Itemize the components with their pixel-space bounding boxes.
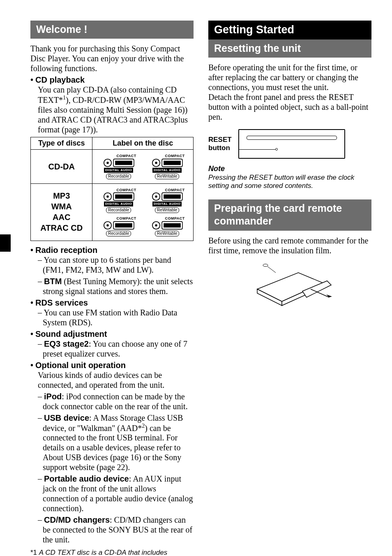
svg-point-1 — [106, 162, 109, 164]
side-tab — [0, 234, 11, 252]
optional-item: Optional unit operation — [30, 360, 194, 370]
disc-slot-icon — [247, 136, 337, 140]
logo-compact-text: COMPACT — [165, 154, 184, 158]
page: Welcome ! Thank you for purchasing this … — [0, 0, 392, 556]
svg-point-21 — [155, 224, 157, 227]
logo-rewritable: ReWritable — [155, 174, 179, 179]
radio-lead: Radio reception — [35, 246, 97, 255]
usb-lead: USB device — [44, 413, 89, 422]
compact-disc-recordable-icon: COMPACT Recordable — [100, 216, 137, 236]
row2-l3: AAC — [33, 212, 90, 222]
intro-text: Thank you for purchasing this Sony Compa… — [30, 44, 194, 73]
rds-item1: You can use FM station with Radio Data S… — [43, 308, 194, 327]
optional-lead: Optional unit operation — [35, 361, 126, 370]
logo-rewritable: ReWritable — [155, 207, 179, 213]
ipod-item: iPod: iPod connection can be made by the… — [43, 392, 194, 411]
row1-type: CD-DA — [31, 150, 92, 183]
reset-button-label: RESET button — [208, 136, 232, 153]
disc-type-table: Type of discs Label on the disc CD-DA CO… — [30, 137, 194, 241]
reset-l1: RESET — [208, 136, 232, 144]
cd-playback-item: CD playback — [30, 75, 194, 85]
sound-lead: Sound adjustment — [35, 329, 107, 338]
logo-compact-text: COMPACT — [116, 216, 136, 221]
row2-l4: ATRAC CD — [33, 223, 90, 233]
compact-disc-rewritable-icon: COMPACT DIGITAL AUDIO ReWritable — [149, 154, 186, 179]
svg-rect-23 — [164, 223, 181, 227]
logo-digital-audio: DIGITAL AUDIO — [152, 168, 182, 173]
svg-point-9 — [106, 196, 109, 198]
left-column: Welcome ! Thank you for purchasing this … — [30, 21, 194, 556]
radio-sub: You can store up to 6 stations per band … — [38, 255, 194, 296]
row2-logos: COMPACT DIGITAL AUDIO Recordable COMPACT… — [92, 183, 194, 241]
logo-recordable: Recordable — [106, 174, 131, 179]
logo-compact-text: COMPACT — [165, 188, 184, 192]
row1-logos: COMPACT DIGITAL AUDIO Recordable CO — [92, 150, 194, 183]
reset-l2: button — [208, 144, 232, 152]
table-header-label: Label on the disc — [92, 137, 194, 150]
svg-point-5 — [155, 162, 157, 164]
two-column-layout: Welcome ! Thank you for purchasing this … — [30, 21, 371, 556]
compact-disc-recordable-icon: COMPACT DIGITAL AUDIO Recordable — [100, 154, 137, 179]
rds-item: RDS services — [30, 298, 194, 308]
prepare-heading: Preparing the card remote commander — [208, 199, 371, 231]
btm-lead: BTM — [44, 277, 62, 286]
compact-disc-rewritable-icon: COMPACT DIGITAL AUDIO ReWritable — [149, 188, 186, 213]
prepare-body: Before using the card remote commander f… — [208, 236, 371, 255]
fn1-num: *1 — [30, 549, 37, 556]
row2-l2: WMA — [33, 202, 90, 211]
right-column: Getting Started Resetting the unit Befor… — [208, 21, 371, 556]
reset-figure: RESET button — [208, 129, 371, 159]
logo-digital-audio: DIGITAL AUDIO — [152, 202, 182, 206]
svg-rect-11 — [115, 195, 132, 199]
leader-line — [239, 149, 275, 150]
svg-point-13 — [155, 196, 157, 198]
note-heading: Note — [208, 164, 371, 174]
resetting-body: Before operating the unit for the first … — [208, 63, 371, 122]
note-body: Pressing the RESET button will erase the… — [208, 174, 371, 190]
radio-item2: BTM (Best Tuning Memory): the unit selec… — [43, 276, 194, 296]
rds-sub: You can use FM station with Radio Data S… — [38, 308, 194, 327]
portable-lead: Portable audio device — [44, 474, 129, 483]
welcome-heading: Welcome ! — [30, 21, 194, 39]
cdmd-item: CD/MD changers: CD/MD changers can be co… — [43, 515, 194, 544]
compact-disc-rewritable-icon: COMPACT ReWritable — [149, 216, 186, 236]
usb-item: USB device: A Mass Storage Class USB dev… — [43, 413, 194, 473]
radio-item1: You can store up to 6 stations per band … — [43, 255, 194, 275]
row2-l1: MP3 — [33, 191, 90, 201]
svg-rect-3 — [115, 161, 132, 165]
compact-disc-recordable-icon: COMPACT DIGITAL AUDIO Recordable — [100, 188, 137, 213]
logo-digital-audio: DIGITAL AUDIO — [104, 202, 133, 206]
optional-sub: iPod: iPod connection can be made by the… — [38, 392, 194, 545]
ipod-lead: iPod — [44, 392, 62, 401]
feature-list: CD playback You can play CD-DA (also con… — [30, 75, 194, 134]
cd-playback-body: You can play CD-DA (also containing CD T… — [38, 85, 194, 134]
table-row: CD-DA COMPACT DIGITAL AUDIO — [31, 150, 194, 183]
note-block: Note Pressing the RESET button will eras… — [208, 164, 371, 190]
logo-compact-text: COMPACT — [116, 188, 136, 192]
logo-rewritable: ReWritable — [155, 231, 179, 236]
portable-item: Portable audio device: An AUX input jack… — [43, 474, 194, 513]
reset-hole-icon — [275, 148, 278, 151]
fn1-text: A CD TEXT disc is a CD-DA that includes … — [30, 549, 176, 556]
card-remote-icon — [245, 260, 335, 314]
optional-intro: Various kinds of audio devices can be co… — [38, 370, 194, 390]
table-row: MP3 WMA AAC ATRAC CD COMPACT DIGITAL AUD… — [31, 183, 194, 241]
sound-item1: EQ3 stage2: You can choose any one of 7 … — [43, 339, 194, 359]
logo-digital-audio: DIGITAL AUDIO — [104, 168, 133, 173]
btm-rest: (Best Tuning Memory): the unit selects s… — [43, 277, 193, 296]
unit-panel-diagram — [238, 129, 345, 159]
svg-point-17 — [106, 224, 109, 227]
svg-marker-29 — [326, 294, 332, 297]
rds-lead: RDS services — [35, 298, 88, 307]
sound-sub: EQ3 stage2: You can choose any one of 7 … — [38, 339, 194, 359]
svg-line-30 — [267, 266, 276, 273]
ipod-rest: : iPod connection can be made by the doc… — [43, 392, 188, 411]
logo-recordable: Recordable — [106, 231, 131, 236]
cdmd-lead: CD/MD changers — [44, 515, 110, 524]
logo-compact-text: COMPACT — [165, 216, 184, 221]
getting-started-heading: Getting Started — [208, 21, 371, 39]
footnotes: *1 A CD TEXT disc is a CD-DA that includ… — [30, 549, 194, 556]
footnote-1: *1 A CD TEXT disc is a CD-DA that includ… — [30, 549, 194, 556]
cd-playback-lead: CD playback — [35, 75, 85, 84]
resetting-heading: Resetting the unit — [208, 39, 371, 58]
